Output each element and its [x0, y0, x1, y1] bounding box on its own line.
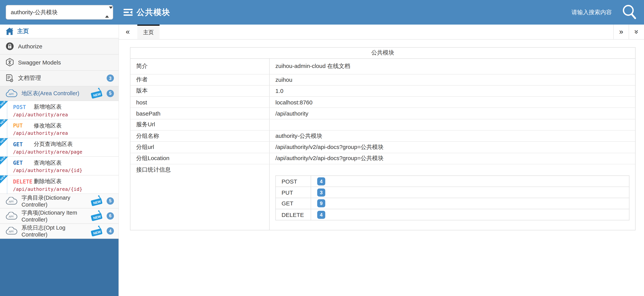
svg-text:API: API: [9, 92, 14, 96]
tabs-scroll-right-button[interactable]: »: [613, 25, 629, 39]
table-row: 服务Url: [130, 119, 635, 131]
endpoint-put-update-area[interactable]: NEW PUT 修改地区表 /api/authority/area: [0, 119, 118, 138]
sidebar-item-label: 主页: [17, 28, 29, 35]
sidebar-item-authorize[interactable]: Authorize: [0, 38, 118, 54]
row-value: authority-公共模块: [270, 131, 635, 141]
http-method: GET: [13, 160, 34, 166]
sidebar-item-label: Swagger Models: [18, 59, 61, 66]
tabs-collapse-button[interactable]: »: [629, 25, 644, 39]
row-value: /api/authority/v2/api-docs?group=公共模块: [270, 153, 635, 164]
table-row: 简介 zuihou-admin-cloud 在线文档: [130, 59, 635, 74]
table-row: 作者 zuihou: [130, 74, 635, 86]
sidebar-item-swagger-models[interactable]: Swagger Models: [0, 54, 118, 71]
count-badge: 6: [107, 212, 114, 219]
row-value: localhost:8760: [270, 97, 635, 108]
count-badge: 5: [107, 90, 114, 97]
module-info-table: 公共模块 简介 zuihou-admin-cloud 在线文档 作者 zuiho…: [130, 47, 636, 230]
stats-row: POST 4: [276, 176, 629, 187]
svg-text:API: API: [9, 200, 14, 203]
endpoint-path: /api/authority/area: [13, 111, 116, 118]
double-chevron-down-icon: »: [632, 30, 641, 34]
search-input[interactable]: 请输入搜索内容: [572, 9, 612, 16]
row-value: zuihou-admin-cloud 在线文档: [270, 59, 635, 74]
stats-row: DELETE 4: [276, 209, 629, 220]
sidebar-item-doc-manage[interactable]: 文档管理 3: [0, 71, 118, 86]
endpoint-path: /api/authority/area: [13, 129, 116, 137]
stats-count-badge: 3: [317, 188, 325, 196]
endpoint-name: 查询地区表: [34, 159, 62, 166]
api-group-select[interactable]: authority-公共模块: [6, 5, 113, 20]
hexagon-icon: [6, 58, 14, 66]
svg-text:API: API: [9, 215, 14, 218]
row-label: 分组Location: [130, 153, 270, 164]
stats-row: GET 9: [276, 198, 629, 209]
row-value: 1.0: [270, 86, 635, 97]
cloud-api-icon: API: [6, 227, 17, 235]
swagger-bootstrap-ui-app: authority-公共模块 公共模块 请输入搜索内容: [0, 0, 644, 296]
select-updown-arrows-icon: [105, 9, 109, 15]
row-label: 作者: [130, 74, 270, 85]
new-tag-icon: NEW: [90, 88, 104, 99]
row-label: 简介: [130, 59, 270, 74]
tab-home[interactable]: 主页: [137, 25, 160, 39]
tabs-scroll-left-button[interactable]: «: [119, 25, 136, 39]
http-method: DELETE: [13, 178, 34, 184]
row-value: zuihou: [270, 74, 635, 85]
stats-method: PUT: [276, 187, 311, 198]
stats-count-badge: 9: [317, 199, 325, 207]
menu-lines-icon: [123, 8, 133, 17]
endpoint-path: /api/authority/area/{id}: [13, 185, 116, 193]
endpoint-get-page-area[interactable]: NEW GET 分页查询地区表 /api/authority/area/page: [0, 138, 118, 157]
doc-gear-icon: [6, 74, 14, 83]
row-label: 接口统计信息: [130, 164, 270, 230]
new-tag-icon: NEW: [90, 195, 104, 207]
endpoint-name: 新增地区表: [34, 103, 62, 111]
table-row: basePath /api/authority: [130, 108, 635, 119]
sidebar-item-home[interactable]: 主页: [0, 25, 118, 38]
endpoint-delete-area[interactable]: NEW DELETE 删除地区表 /api/authority/area/{id…: [0, 175, 118, 194]
row-label: basePath: [130, 108, 270, 119]
stats-cell: POST 4 PUT 3 GET 9 DELETE: [270, 164, 635, 230]
endpoint-get-area-by-id[interactable]: NEW GET 查询地区表 /api/authority/area/{id}: [0, 157, 118, 175]
row-value: /api/authority/v2/api-docs?group=公共模块: [270, 142, 635, 153]
sidebar-controller-opt-log[interactable]: API 系统日志(Opt Log Controller) NEW 4: [0, 224, 118, 239]
table-row: 分组名称 authority-公共模块: [130, 131, 635, 142]
api-group-select-value: authority-公共模块: [11, 9, 58, 16]
new-ribbon-icon: NEW: [0, 157, 8, 165]
sidebar-item-label: 文档管理: [18, 75, 41, 82]
new-ribbon-icon: NEW: [0, 119, 8, 127]
top-header-bar: authority-公共模块 公共模块 请输入搜索内容: [0, 0, 644, 25]
http-method: GET: [13, 141, 34, 147]
new-ribbon-icon: NEW: [0, 175, 8, 183]
controller-label: 字典目录(Dictionary Controller): [22, 194, 90, 208]
row-label: 服务Url: [130, 119, 270, 130]
row-label: 分组url: [130, 142, 270, 153]
cloud-api-icon: API: [6, 212, 17, 220]
stats-row: PUT 3: [276, 187, 629, 198]
endpoint-name: 修改地区表: [34, 122, 62, 129]
controller-label: 地区表(Area Controller): [22, 90, 79, 97]
endpoint-post-add-area[interactable]: NEW POST 新增地区表 /api/authority/area: [0, 101, 118, 119]
stats-count-badge: 4: [317, 211, 325, 219]
endpoint-name: 删除地区表: [34, 178, 62, 185]
endpoint-path: /api/authority/area/{id}: [13, 167, 116, 174]
svg-text:API: API: [9, 230, 14, 233]
search-zone: 请输入搜索内容: [572, 0, 644, 25]
stats-count-badge: 4: [317, 177, 325, 185]
stats-method: DELETE: [276, 209, 311, 220]
cloud-api-icon: API: [6, 197, 17, 205]
http-method: PUT: [13, 122, 34, 129]
endpoint-list: NEW POST 新增地区表 /api/authority/area NEW P…: [0, 101, 118, 194]
search-button[interactable]: [621, 2, 638, 22]
count-badge: 4: [107, 227, 114, 235]
new-tag-icon: NEW: [90, 225, 104, 237]
table-row: 分组Location /api/authority/v2/api-docs?gr…: [130, 153, 635, 164]
table-row: host localhost:8760: [130, 97, 635, 108]
sidebar-controller-area[interactable]: API 地区表(Area Controller) NEW 5: [0, 86, 118, 101]
row-label: 分组名称: [130, 131, 270, 141]
table-row: 版本 1.0: [130, 86, 635, 97]
sidebar-controller-dictionary-item[interactable]: API 字典项(Dictionary Item Controller) NEW …: [0, 208, 118, 224]
sidebar-controller-dictionary[interactable]: API 字典目录(Dictionary Controller) NEW 5: [0, 194, 118, 208]
stats-method: POST: [276, 176, 311, 187]
http-method: POST: [13, 104, 34, 110]
